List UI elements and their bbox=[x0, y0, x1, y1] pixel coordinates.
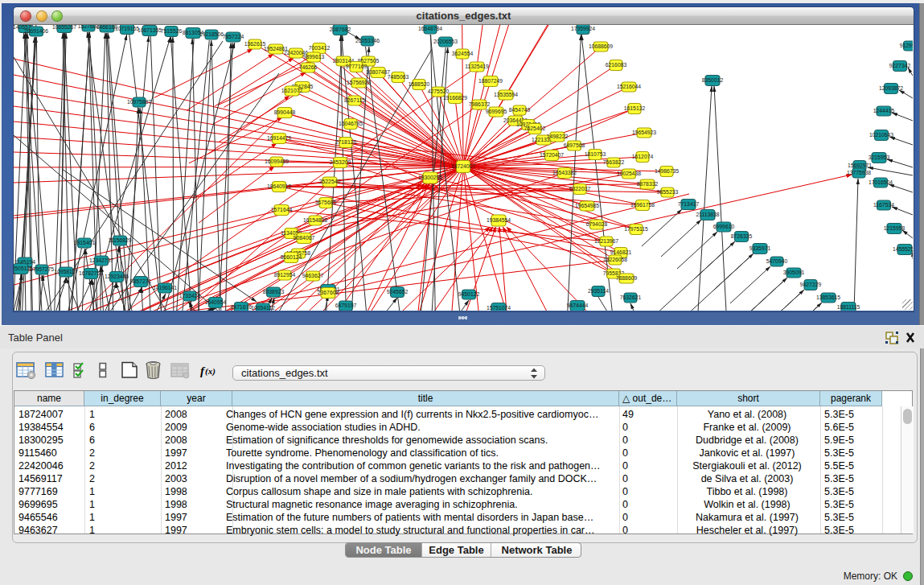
svg-text:2522540: 2522540 bbox=[319, 179, 341, 184]
svg-text:7515526: 7515526 bbox=[161, 28, 183, 34]
svg-text:(x): (x) bbox=[205, 366, 216, 377]
svg-text:7632621: 7632621 bbox=[620, 295, 642, 300]
svg-text:6497568: 6497568 bbox=[564, 142, 585, 148]
svg-text:7563822: 7563822 bbox=[603, 159, 625, 165]
svg-text:7485063: 7485063 bbox=[388, 74, 409, 80]
svg-text:11325419: 11325419 bbox=[465, 64, 489, 69]
svg-text:3675685: 3675685 bbox=[315, 200, 337, 205]
svg-text:18807249: 18807249 bbox=[478, 78, 503, 84]
svg-text:1612074: 1612074 bbox=[632, 154, 654, 159]
svg-text:3215953: 3215953 bbox=[869, 154, 890, 160]
svg-text:16543382: 16543382 bbox=[552, 170, 577, 175]
svg-text:2935114: 2935114 bbox=[588, 288, 609, 294]
svg-text:19654923: 19654923 bbox=[632, 130, 656, 135]
svg-text:10719155: 10719155 bbox=[115, 26, 139, 31]
svg-text:9427229: 9427229 bbox=[800, 282, 822, 287]
svg-text:8938923: 8938923 bbox=[263, 289, 285, 295]
svg-text:2718126: 2718126 bbox=[335, 139, 357, 145]
svg-text:13226058: 13226058 bbox=[603, 257, 627, 262]
svg-text:10654112: 10654112 bbox=[251, 305, 275, 311]
svg-text:9450122: 9450122 bbox=[458, 291, 480, 297]
svg-text:9699695: 9699695 bbox=[486, 109, 507, 114]
svg-text:7003412: 7003412 bbox=[309, 45, 331, 51]
svg-text:11156829: 11156829 bbox=[108, 237, 131, 243]
svg-text:12213967: 12213967 bbox=[594, 238, 618, 244]
svg-text:7713417: 7713417 bbox=[678, 201, 700, 207]
svg-text:15692971: 15692971 bbox=[848, 163, 872, 168]
svg-text:13853615: 13853615 bbox=[816, 295, 840, 300]
svg-text:19166829: 19166829 bbox=[443, 95, 467, 101]
svg-text:3624554: 3624554 bbox=[452, 51, 474, 56]
svg-text:1615132: 1615132 bbox=[624, 105, 646, 111]
svg-text:8267115: 8267115 bbox=[344, 97, 365, 103]
svg-text:8471676: 8471676 bbox=[231, 304, 253, 310]
svg-text:10975887: 10975887 bbox=[127, 99, 151, 105]
svg-text:14555254: 14555254 bbox=[893, 246, 913, 252]
svg-text:1571644: 1571644 bbox=[271, 207, 293, 212]
svg-text:1588520: 1588520 bbox=[409, 81, 430, 87]
svg-text:3905091: 3905091 bbox=[783, 270, 805, 275]
svg-text:18724007: 18724007 bbox=[451, 163, 475, 169]
svg-text:20691406: 20691406 bbox=[24, 28, 48, 34]
svg-text:9777169: 9777169 bbox=[346, 64, 368, 69]
svg-text:10688609: 10688609 bbox=[589, 43, 613, 49]
svg-text:9335971: 9335971 bbox=[749, 245, 771, 251]
svg-text:1362615: 1362615 bbox=[244, 41, 266, 47]
svg-text:8912954: 8912954 bbox=[274, 272, 296, 278]
svg-text:9146821: 9146821 bbox=[610, 249, 632, 255]
svg-text:3915401: 3915401 bbox=[74, 240, 96, 245]
svg-text:7986372: 7986372 bbox=[469, 101, 491, 107]
svg-text:16914479: 16914479 bbox=[267, 135, 291, 141]
svg-text:18811115: 18811115 bbox=[837, 304, 860, 310]
svg-text:14196141: 14196141 bbox=[153, 285, 177, 290]
svg-text:15720407: 15720407 bbox=[540, 152, 564, 158]
svg-text:6479197: 6479197 bbox=[335, 303, 357, 308]
svg-text:7857224: 7857224 bbox=[223, 34, 244, 39]
svg-text:6999610: 6999610 bbox=[713, 224, 735, 229]
svg-text:9474444: 9474444 bbox=[567, 303, 589, 308]
svg-text:9084067: 9084067 bbox=[294, 235, 315, 241]
svg-text:1215958: 1215958 bbox=[884, 225, 906, 231]
svg-text:16961758: 16961758 bbox=[630, 202, 655, 208]
svg-text:10025438: 10025438 bbox=[617, 171, 641, 176]
svg-text:9227342: 9227342 bbox=[889, 63, 911, 68]
svg-text:16046785: 16046785 bbox=[339, 121, 363, 126]
svg-text:15756928: 15756928 bbox=[347, 80, 371, 85]
svg-text:1167534: 1167534 bbox=[873, 202, 894, 208]
svg-text:16099489: 16099489 bbox=[265, 159, 289, 164]
svg-text:14986735: 14986735 bbox=[655, 168, 679, 174]
svg-text:16154838: 16154838 bbox=[303, 217, 327, 223]
svg-text:26053346: 26053346 bbox=[355, 38, 380, 43]
svg-text:17359924: 17359924 bbox=[571, 26, 595, 31]
svg-text:8660124: 8660124 bbox=[281, 254, 302, 260]
svg-text:19654985: 19654985 bbox=[575, 203, 599, 208]
svg-text:16782759: 16782759 bbox=[79, 270, 103, 276]
svg-text:19218506: 19218506 bbox=[199, 31, 224, 37]
svg-text:10958117: 10958117 bbox=[54, 269, 78, 274]
svg-text:9899613: 9899613 bbox=[303, 54, 325, 60]
svg-text:12093872: 12093872 bbox=[879, 85, 903, 91]
svg-text:9855233: 9855233 bbox=[657, 189, 679, 195]
svg-text:18640910: 18640910 bbox=[267, 183, 291, 189]
svg-text:9857271: 9857271 bbox=[130, 278, 152, 284]
svg-text:6322037: 6322037 bbox=[569, 186, 591, 192]
svg-text:12342737: 12342737 bbox=[89, 257, 113, 263]
svg-text:4275520: 4275520 bbox=[428, 89, 450, 94]
svg-text:10655267: 10655267 bbox=[52, 25, 76, 30]
svg-text:1810753: 1810753 bbox=[585, 151, 606, 157]
svg-text:17957275: 17957275 bbox=[30, 266, 54, 272]
svg-text:1640954: 1640954 bbox=[205, 299, 227, 305]
svg-text:10671355: 10671355 bbox=[138, 27, 162, 33]
svg-text:17016504: 17016504 bbox=[869, 179, 893, 185]
svg-text:2367608: 2367608 bbox=[318, 290, 339, 295]
svg-text:19384554: 19384554 bbox=[487, 217, 511, 223]
svg-text:15216044: 15216044 bbox=[617, 84, 641, 89]
svg-text:6794028: 6794028 bbox=[586, 221, 608, 227]
svg-text:7888609: 7888609 bbox=[616, 275, 638, 281]
svg-text:6216083: 6216083 bbox=[606, 62, 627, 68]
svg-text:8726335: 8726335 bbox=[731, 233, 753, 239]
svg-text:9129966: 9129966 bbox=[900, 43, 913, 48]
svg-text:5470940: 5470940 bbox=[766, 258, 788, 264]
svg-text:10807487: 10807487 bbox=[366, 69, 390, 75]
svg-text:1244415: 1244415 bbox=[873, 108, 895, 113]
